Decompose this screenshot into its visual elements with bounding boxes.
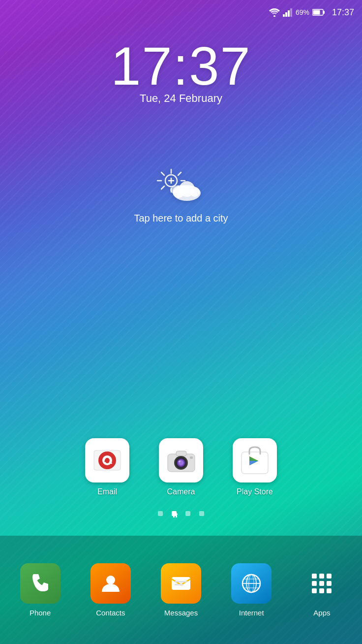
svg-rect-55 [319, 581, 324, 586]
internet-icon [240, 572, 263, 595]
svg-rect-59 [327, 588, 332, 593]
svg-point-41 [106, 576, 115, 584]
email-app-label: Email [97, 487, 117, 496]
svg-rect-58 [319, 588, 324, 593]
weather-icon-area [0, 167, 362, 207]
camera-icon [165, 447, 197, 474]
svg-rect-7 [313, 10, 320, 15]
clock-area: 17:37 Tue, 24 February [0, 34, 362, 105]
svg-rect-53 [327, 574, 332, 579]
page-indicator-1 [158, 511, 163, 516]
battery-percentage: 69% [296, 8, 309, 16]
playstore-icon [240, 445, 270, 476]
svg-rect-42 [172, 577, 190, 590]
svg-rect-39 [241, 452, 268, 474]
status-bar: 69% 17:37 [0, 0, 362, 25]
phone-dock-item[interactable]: Phone [5, 563, 75, 617]
svg-rect-30 [176, 451, 186, 456]
camera-app-label: Camera [167, 487, 195, 496]
svg-line-13 [178, 172, 181, 175]
svg-line-12 [161, 172, 164, 175]
svg-rect-4 [290, 8, 292, 17]
camera-icon-bg [159, 438, 203, 483]
phone-icon [29, 572, 52, 595]
playstore-app-icon[interactable]: Play Store [233, 438, 277, 496]
apps-dock-icon-bg [302, 563, 342, 604]
apps-dock-label: Apps [313, 609, 330, 617]
svg-rect-1 [283, 14, 285, 17]
email-icon-bg [85, 438, 129, 483]
contacts-dock-icon-bg [90, 563, 131, 604]
internet-dock-icon-bg [231, 563, 272, 604]
home-indicator-icon [172, 511, 179, 518]
wifi-icon [269, 8, 280, 17]
camera-app-icon[interactable]: Camera [159, 438, 203, 496]
internet-dock-item[interactable]: Internet [216, 563, 287, 617]
contacts-dock-label: Contacts [96, 609, 125, 617]
contacts-icon [99, 572, 122, 595]
svg-rect-52 [319, 574, 324, 579]
battery-icon [312, 9, 325, 16]
svg-rect-2 [285, 12, 287, 17]
email-icon [93, 449, 121, 472]
svg-rect-57 [312, 588, 317, 593]
page-indicator-home [172, 511, 177, 516]
messages-icon [170, 572, 192, 595]
svg-rect-3 [288, 10, 290, 17]
svg-line-14 [161, 186, 164, 189]
email-app-icon[interactable]: Email [85, 438, 129, 496]
clock-date: Tue, 24 February [0, 92, 362, 105]
signal-icon [283, 8, 293, 17]
weather-tap-text: Tap here to add a city [0, 213, 362, 224]
internet-dock-label: Internet [239, 609, 264, 617]
svg-point-0 [273, 15, 275, 17]
svg-rect-51 [312, 574, 317, 579]
svg-rect-43 [175, 581, 187, 582]
svg-point-23 [170, 185, 190, 195]
svg-rect-38 [190, 456, 193, 459]
page-indicators [0, 511, 362, 516]
phone-dock-label: Phone [30, 609, 51, 617]
svg-rect-44 [175, 584, 183, 585]
status-time: 17:37 [332, 7, 354, 18]
playstore-icon-bg [233, 438, 277, 483]
apps-grid-icon [309, 571, 334, 596]
svg-rect-54 [312, 581, 317, 586]
playstore-app-label: Play Store [237, 487, 273, 496]
weather-widget[interactable]: Tap here to add a city [0, 167, 362, 224]
status-icons: 69% [269, 8, 325, 17]
contacts-dock-item[interactable]: Contacts [75, 563, 146, 617]
page-indicator-4 [199, 511, 204, 516]
svg-point-22 [190, 187, 200, 197]
page-indicator-3 [185, 511, 190, 516]
messages-dock-icon-bg [161, 563, 201, 604]
main-apps-row: Email [0, 438, 362, 496]
weather-icon [156, 167, 206, 207]
messages-dock-item[interactable]: Messages [146, 563, 216, 617]
svg-rect-6 [323, 11, 325, 14]
clock-time: 17:37 [0, 34, 362, 97]
dock: Phone Contacts Messages [0, 536, 362, 644]
phone-dock-icon-bg [20, 563, 60, 604]
apps-dock-item[interactable]: Apps [287, 563, 357, 617]
messages-dock-label: Messages [164, 609, 198, 617]
svg-rect-56 [327, 581, 332, 586]
